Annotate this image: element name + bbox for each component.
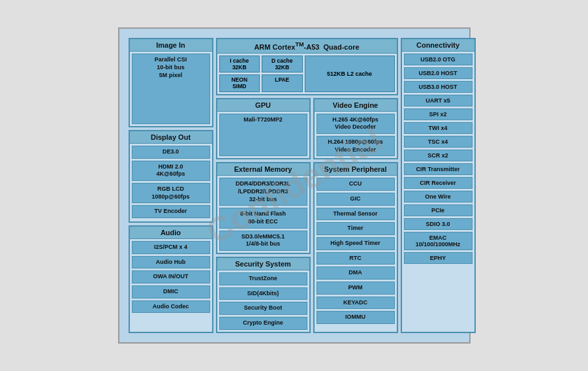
pcie: PCIe bbox=[404, 204, 472, 216]
high-speed-timer-block: High Speed Timer bbox=[317, 237, 395, 250]
scr: SCR x2 bbox=[404, 150, 472, 161]
ephy: EPHY bbox=[404, 252, 472, 264]
mali-block: Mali-T720MP2 bbox=[219, 114, 307, 157]
connectivity-content: USB2.0 OTG USB2.0 HOST USB3.0 HOST UART … bbox=[402, 52, 474, 266]
keyadc-block: KEYADC bbox=[317, 297, 395, 310]
spi: SPI x2 bbox=[404, 108, 472, 120]
connectivity-title: Connectivity bbox=[402, 39, 474, 52]
gic-block: GIC bbox=[317, 193, 395, 206]
display-out-content: DE3.0 HDMI 2.04K@60fps RGB LCD1080p@60fp… bbox=[130, 144, 212, 221]
display-out-title: Display Out bbox=[130, 131, 212, 144]
crypto-engine-block: Crypto Engine bbox=[219, 317, 307, 330]
audio-codec-block: Audio Codec bbox=[132, 300, 210, 314]
tsc: TSC x4 bbox=[404, 136, 472, 148]
trustzone-block: TrustZone bbox=[219, 272, 307, 285]
tv-encoder-block: TV Encoder bbox=[132, 205, 210, 218]
hdmi-block: HDMI 2.04K@60fps bbox=[132, 161, 210, 181]
connectivity-section: Connectivity USB2.0 OTG USB2.0 HOST USB3… bbox=[401, 38, 476, 333]
audio-hub-block: Audio Hub bbox=[132, 256, 210, 269]
security-title: Security System bbox=[217, 258, 309, 270]
image-in-section: Image In Parallel CSI10-bit bus5M pixel bbox=[129, 38, 213, 127]
lpae-block: LPAE bbox=[262, 74, 303, 91]
gpu-title: GPU bbox=[217, 99, 309, 112]
rgb-lcd-block: RGB LCD1080p@60fps bbox=[132, 183, 210, 203]
icache-block: I cache32KB bbox=[219, 56, 260, 73]
uart: UART x5 bbox=[404, 95, 472, 106]
iommu-block: IOMMU bbox=[317, 311, 395, 324]
dcache-block: D cache32KB bbox=[262, 56, 303, 73]
diagram-wrapper: Image In Parallel CSI10-bit bus5M pixel … bbox=[126, 35, 463, 336]
cir-receiver: CIR Receiver bbox=[404, 177, 472, 189]
audio-title: Audio bbox=[130, 227, 212, 239]
video-engine-section: Video Engine H.265 4K@60fpsVideo Decoder… bbox=[313, 98, 398, 160]
usb2-otg: USB2.0 OTG bbox=[404, 54, 472, 65]
nand-block: 8-bit Nand Flash80-bit ECC bbox=[219, 208, 307, 228]
security-section: Security System TrustZone SID(4Kbits) Se… bbox=[216, 257, 311, 333]
display-out-section: Display Out DE3.0 HDMI 2.04K@60fps RGB L… bbox=[129, 130, 213, 223]
ddr-block: DDR4/DDR3/DDR3L/LPDDR2/LPDDR332-bit bus bbox=[219, 178, 307, 206]
one-wire: One Wire bbox=[404, 191, 472, 202]
owa-block: OWA IN/OUT bbox=[132, 270, 210, 283]
cpu-section: ARM CortexTM-A53 Quad-core I cache32KB D… bbox=[216, 38, 398, 95]
neon-block: NEONSIMD bbox=[219, 74, 260, 91]
ext-mem-content: DDR4/DDR3/DDR3L/LPDDR2/LPDDR332-bit bus … bbox=[217, 176, 309, 253]
emmc-block: SD3.0/eMMC5.11/4/8-bit bus bbox=[219, 231, 307, 251]
l2-cache-block: 512KB L2 cache bbox=[305, 56, 395, 92]
security-content: TrustZone SID(4Kbits) Security Boot Cryp… bbox=[217, 270, 309, 332]
video-engine-content: H.265 4K@60fpsVideo Decoder H.264 1080p@… bbox=[315, 112, 397, 159]
de3-block: DE3.0 bbox=[132, 146, 210, 159]
ccu-block: CCU bbox=[317, 178, 395, 191]
sys-periph-title: System Peripheral bbox=[315, 163, 397, 176]
h264-block: H.264 1080p@60fpsVideo Encoder bbox=[317, 136, 395, 156]
usb2-host: USB2.0 HOST bbox=[404, 67, 472, 79]
image-in-content: Parallel CSI10-bit bus5M pixel bbox=[130, 52, 212, 126]
cpu-title: ARM CortexTM-A53 Quad-core bbox=[217, 39, 397, 54]
audio-content: I2S/PCM x 4 Audio Hub OWA IN/OUT DMIC Au… bbox=[130, 239, 212, 332]
usb3-host: USB3.0 HOST bbox=[404, 81, 472, 93]
gpu-section: GPU Mali-T720MP2 bbox=[216, 98, 311, 160]
parallel-csi-block: Parallel CSI10-bit bus5M pixel bbox=[132, 54, 210, 124]
ext-mem-title: External Memory bbox=[217, 163, 309, 176]
rtc-block: RTC bbox=[317, 252, 395, 265]
sys-periph-section: System Peripheral CCU GIC Thermal Sensor… bbox=[313, 162, 398, 333]
sid-block: SID(4Kbits) bbox=[219, 287, 307, 300]
image-in-title: Image In bbox=[130, 39, 212, 52]
audio-section: Audio I2S/PCM x 4 Audio Hub OWA IN/OUT D… bbox=[129, 225, 213, 333]
emac: EMAC10/100/1000MHz bbox=[404, 232, 472, 250]
gpu-content: Mali-T720MP2 bbox=[217, 112, 309, 159]
twi: TWI x4 bbox=[404, 122, 472, 134]
sys-periph-content: CCU GIC Thermal Sensor Timer High Speed … bbox=[315, 176, 397, 332]
video-engine-title: Video Engine bbox=[315, 99, 397, 112]
h265-block: H.265 4K@60fpsVideo Decoder bbox=[317, 114, 395, 134]
timer-block: Timer bbox=[317, 222, 395, 235]
security-boot-block: Security Boot bbox=[219, 302, 307, 315]
pwm-block: PWM bbox=[317, 282, 395, 295]
dmic-block: DMIC bbox=[132, 285, 210, 298]
i2s-block: I2S/PCM x 4 bbox=[132, 241, 210, 254]
ext-mem-section: External Memory DDR4/DDR3/DDR3L/LPDDR2/L… bbox=[216, 162, 311, 254]
chip-diagram: Confidential Image In Parallel CSI10-bit… bbox=[118, 27, 471, 344]
thermal-sensor-block: Thermal Sensor bbox=[317, 208, 395, 221]
cir-transmitter: CIR Transmitter bbox=[404, 163, 472, 175]
sdio: SDIO 3.0 bbox=[404, 218, 472, 230]
dma-block: DMA bbox=[317, 266, 395, 280]
